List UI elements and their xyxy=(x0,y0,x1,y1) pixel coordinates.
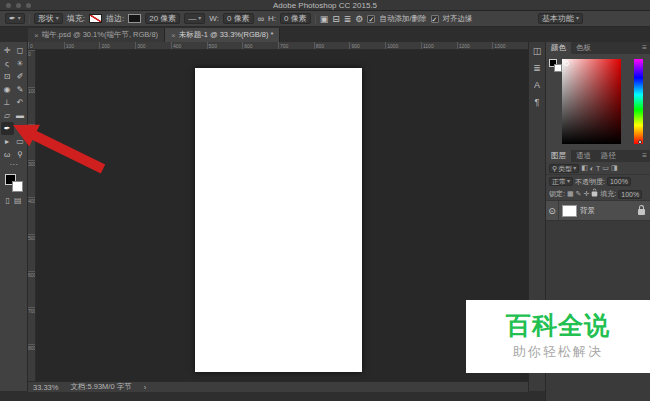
tab-color[interactable]: 颜色 xyxy=(546,42,571,54)
tab-channels[interactable]: 通道 xyxy=(571,150,596,162)
fill-field[interactable]: 100% xyxy=(618,190,642,199)
opacity-value: 100% xyxy=(610,178,628,185)
height-value: 0 像素 xyxy=(284,14,307,23)
layer-row-background[interactable]: ⊙ 背景 xyxy=(546,201,650,221)
layer-thumbnail[interactable] xyxy=(562,205,577,217)
properties-panel-icon[interactable]: ≣ xyxy=(533,63,541,73)
filter-shape-layers-icon[interactable]: ▭ xyxy=(602,164,609,172)
lasso-tool-icon[interactable]: ς xyxy=(1,57,14,70)
paragraph-panel-icon[interactable]: ¶ xyxy=(535,97,540,107)
watermark-title: 百科全说 xyxy=(506,312,610,338)
status-options-chevron[interactable]: › xyxy=(144,383,147,392)
horizontal-ruler[interactable]: 0100200300400500600700800900100011001200… xyxy=(28,42,528,50)
lock-label: 锁定: xyxy=(549,189,565,199)
zoom-level-field[interactable]: 33.33% xyxy=(33,383,58,392)
stroke-swatch[interactable] xyxy=(128,14,141,23)
filter-smart-objects-icon[interactable]: ◨ xyxy=(611,164,618,172)
eyedropper-tool-icon[interactable]: ✐ xyxy=(14,70,27,83)
expand-panels-icon[interactable]: ◫ xyxy=(533,46,542,56)
screen-mode-icon[interactable]: ▤ xyxy=(14,196,22,205)
chevron-down-icon: ▾ xyxy=(573,165,576,172)
healing-brush-tool-icon[interactable]: ◉ xyxy=(1,83,14,96)
lock-transparent-pixels-icon[interactable]: ▦ xyxy=(567,190,574,198)
fill-label: 填充: xyxy=(600,189,616,199)
blend-mode-select[interactable]: 正常 ▾ xyxy=(549,177,573,186)
close-icon[interactable]: × xyxy=(171,31,176,40)
ruler-tick: 400 xyxy=(28,197,35,234)
gear-icon[interactable]: ⚙ xyxy=(355,14,363,24)
background-color-swatch[interactable] xyxy=(12,181,23,192)
color-panel-body xyxy=(546,54,650,150)
hue-slider[interactable] xyxy=(634,59,643,144)
auto-add-delete-checkbox[interactable]: ✓ xyxy=(367,15,375,23)
tool-grid: ✛ ◻ ς ✳ ⊡ ✐ ◉ ✎ ⊥ ↶ ▱ ▬ ✒ T ▸ ▭ ω ⚲ xyxy=(1,44,27,161)
crop-tool-icon[interactable]: ⊡ xyxy=(1,70,14,83)
tab-paths[interactable]: 路径 xyxy=(596,150,621,162)
vertical-ruler[interactable]: 0100200300400500600700800 xyxy=(28,50,36,381)
character-panel-icon[interactable]: A xyxy=(534,80,540,90)
title-bar: Adobe Photoshop CC 2015.5 xyxy=(0,0,650,11)
history-brush-tool-icon[interactable]: ↶ xyxy=(14,96,27,109)
visibility-eye-icon[interactable]: ⊙ xyxy=(546,201,559,220)
tool-mode-select[interactable]: 形状 ▾ xyxy=(34,13,63,24)
magic-wand-tool-icon[interactable]: ✳ xyxy=(14,57,27,70)
brush-tool-icon[interactable]: ✎ xyxy=(14,83,27,96)
path-operations-icon[interactable]: ▣ xyxy=(320,14,329,24)
opacity-field[interactable]: 100% xyxy=(607,177,631,186)
align-edges-label: 对齐边缘 xyxy=(443,14,473,24)
rectangle-tool-icon[interactable]: ▭ xyxy=(14,135,27,148)
quick-mask-icon[interactable]: ▯ xyxy=(6,196,10,205)
tool-preset-picker[interactable]: ✒ ▾ xyxy=(5,13,25,24)
filter-adjustment-layers-icon[interactable]: ◐ xyxy=(590,165,594,172)
link-dimensions-icon[interactable]: ∞ xyxy=(258,14,264,24)
document-tab-2[interactable]: × 未标题-1 @ 33.3%(RGB/8) * xyxy=(165,28,280,42)
hue-slider-marker[interactable] xyxy=(638,140,642,144)
tool-mode-value: 形状 xyxy=(38,14,54,23)
workspace-switcher[interactable]: 基本功能 ▾ xyxy=(538,13,583,24)
move-tool-icon[interactable]: ✛ xyxy=(1,44,14,57)
filter-type-layers-icon[interactable]: T xyxy=(596,165,600,172)
color-picker-marker[interactable] xyxy=(564,61,569,66)
ruler-tick: 600 xyxy=(242,42,278,49)
align-edges-checkbox[interactable]: ✓ xyxy=(431,15,439,23)
fill-label: 填充: xyxy=(67,13,85,24)
canvas-area[interactable] xyxy=(36,50,528,381)
document-tab-1[interactable]: × 端午.psd @ 30.1%(端午节, RGB/8) xyxy=(28,28,165,42)
lock-all-icon[interactable] xyxy=(592,192,598,197)
workspace-value: 基本功能 xyxy=(542,14,574,23)
blend-mode-row: 正常 ▾ 不透明度: 100% xyxy=(546,175,650,188)
document-canvas[interactable] xyxy=(195,68,362,372)
tab-swatches[interactable]: 色板 xyxy=(571,42,596,54)
stroke-style-select[interactable]: — ▾ xyxy=(184,13,205,24)
type-tool-icon[interactable]: T xyxy=(14,122,27,135)
close-icon[interactable]: × xyxy=(34,31,39,40)
pen-tool-icon[interactable]: ✒ xyxy=(1,122,14,135)
edit-toolbar-icon[interactable]: ⋯ xyxy=(10,161,18,171)
path-arrangement-icon[interactable]: ≣ xyxy=(344,14,352,24)
path-alignment-icon[interactable]: ⊟ xyxy=(332,14,340,24)
panel-menu-icon[interactable]: ≡ xyxy=(642,150,650,162)
filter-pixel-layers-icon[interactable]: ◧ xyxy=(581,164,588,172)
lock-position-icon[interactable]: ✛ xyxy=(583,190,589,198)
tab-layers[interactable]: 图层 xyxy=(546,150,571,162)
layer-filter-select[interactable]: ⚲ 类型 ▾ xyxy=(549,164,579,173)
ruler-tick: 100 xyxy=(28,87,35,124)
eraser-tool-icon[interactable]: ▱ xyxy=(1,109,14,122)
width-field[interactable]: 0 像素 xyxy=(223,13,254,24)
background-color-swatch[interactable] xyxy=(554,64,562,72)
clone-stamp-tool-icon[interactable]: ⊥ xyxy=(1,96,14,109)
saturation-brightness-field[interactable] xyxy=(562,59,621,144)
chevron-down-icon: ▾ xyxy=(576,14,579,23)
marquee-tool-icon[interactable]: ◻ xyxy=(14,44,27,57)
height-field[interactable]: 0 像素 xyxy=(280,13,311,24)
search-icon: ⚲ xyxy=(552,165,557,172)
ruler-tick: 400 xyxy=(171,42,207,49)
ruler-tick: 500 xyxy=(28,234,35,271)
filter-type-value: 类型 xyxy=(558,165,572,172)
fill-swatch[interactable] xyxy=(89,14,102,23)
gradient-tool-icon[interactable]: ▬ xyxy=(14,109,27,122)
path-selection-tool-icon[interactable]: ▸ xyxy=(1,135,14,148)
lock-image-pixels-icon[interactable]: ✎ xyxy=(576,190,582,198)
stroke-width-field[interactable]: 20 像素 xyxy=(145,13,180,24)
panel-menu-icon[interactable]: ≡ xyxy=(642,42,650,54)
